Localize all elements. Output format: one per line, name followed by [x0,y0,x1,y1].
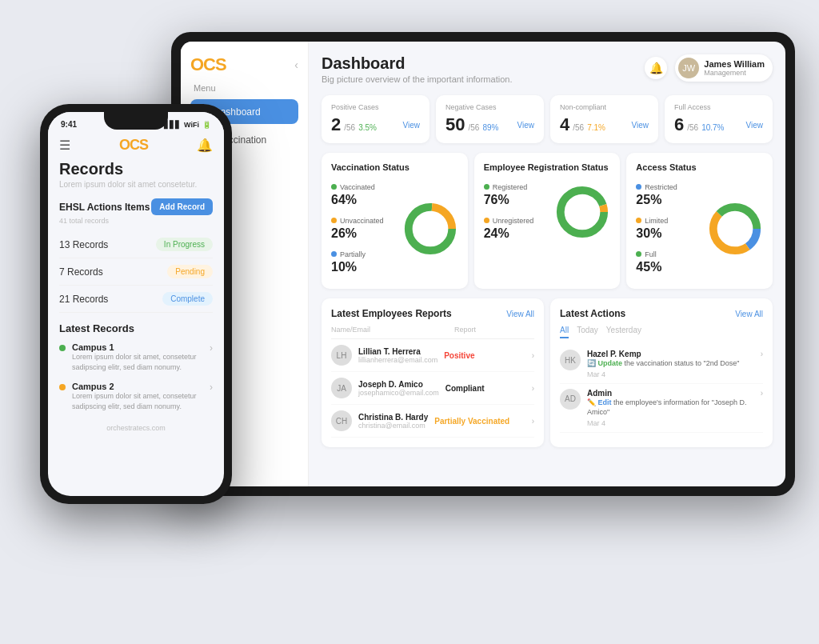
action-desc-1: ✏️ Edit the employee's information for "… [587,398,751,418]
campus-name-1: Campus 2 [72,382,203,391]
latest-actions-title: Latest Actions [560,308,625,319]
partially-value: 10% [331,260,394,274]
legend-unregistered-label: Unregistered [484,217,534,225]
action-item-0: HK Hazel P. Kemp 🔄 Update the vaccinatio… [560,345,763,384]
access-status-body: Restricted 25% Limited 30% Full 45% [636,178,763,279]
hamburger-menu-button[interactable]: ☰ [59,138,70,153]
campus-dot-0 [59,345,66,351]
ocs-logo-phone: OCS [119,137,148,154]
latest-records-title: Latest Records [59,322,213,334]
legend-restricted: Restricted 25% [636,178,699,207]
table-row: LH Lillian T. Herrera lillianherrera@ema… [331,339,534,372]
vaccination-legend: Vaccinated 64% Unvaccinated 26% Partiall… [331,178,394,279]
access-donut-svg [707,201,763,257]
legend-restricted-label: Restricted [636,183,677,191]
registered-value: 76% [484,193,547,207]
employee-donut [554,184,610,240]
employee-info-2: Christina B. Hardy christina@email.com [358,413,428,430]
notification-button[interactable]: 🔔 [645,57,667,79]
stat-view-negative[interactable]: View [517,121,535,130]
stat-view-positive[interactable]: View [403,121,421,130]
stat-view-noncompliant[interactable]: View [632,121,649,130]
legend-registered: Registered 76% [484,178,547,207]
campus-item-1[interactable]: Campus 2 Lorem ipsum dolor sit amet, con… [59,382,213,411]
sidebar-collapse-button[interactable]: ‹ [294,58,298,71]
user-name: James William [704,59,765,69]
employees-reports-header: Latest Employees Reports View All [331,308,534,319]
employee-avatar-2: CH [331,410,352,431]
stat-value-noncompliant: 4 /56 7.1% [560,114,605,135]
stat-row-noncompliant: 4 /56 7.1% View [560,114,649,135]
action-chevron-0[interactable]: › [761,350,763,358]
unregistered-value: 24% [484,226,547,241]
action-avatar-0: HK [560,350,581,370]
campus-chevron-1[interactable]: › [210,382,213,393]
stat-card-noncompliant: Non-compliant 4 /56 7.1% View [550,95,658,143]
restricted-value: 25% [636,193,699,207]
campus-desc-1: Lorem ipsum dolor sit amet, consetetur s… [72,391,203,411]
limited-value: 30% [636,226,699,241]
legend-unvaccinated-label: Unvaccinated [331,217,384,225]
actions-section-title: EHSL Actions Items [59,202,150,213]
menu-label: Menu [194,83,298,93]
stat-number-positive: 2 [331,114,341,135]
th-name: Name/Email [331,326,448,334]
employees-reports-card: Latest Employees Reports View All Name/E… [322,298,544,447]
campus-name-0: Campus 1 [72,342,203,352]
phone-notification-button[interactable]: 🔔 [197,138,213,153]
campus-dot-1 [59,384,66,390]
campus-item-0[interactable]: Campus 1 Lorem ipsum dolor sit amet, con… [59,342,213,372]
legend-vaccinated-label: Vaccinated [331,183,375,191]
stat-value-fullaccess: 6 /56 10.7% [674,114,725,135]
tablet-main-content: Dashboard Big picture overview of the im… [309,42,785,486]
employees-reports-title: Latest Employees Reports [331,308,452,319]
employees-view-all-link[interactable]: View All [506,310,534,318]
tab-yesterday[interactable]: Yesterday [606,326,641,338]
employee-info-1: Joseph D. Amico josephamico@email.com [358,380,439,397]
stat-number-negative: 50 [445,114,465,135]
row-chevron-2[interactable]: › [532,417,534,426]
action-item-1: AD Admin ✏️ Edit the employee's informat… [560,384,763,433]
campus-desc-0: Lorem ipsum dolor sit amet, consetetur s… [72,352,203,372]
battery-icon: 🔋 [202,121,211,129]
record-label-1: 7 Records [59,266,103,278]
legend-full: Full 45% [636,246,699,274]
legend-limited-label: Limited [636,217,668,225]
row-chevron-1[interactable]: › [532,384,534,393]
tablet-logo-row: OCS ‹ [190,54,298,75]
stat-pct-positive: 3.5% [358,123,377,132]
ocs-logo-tablet: OCS [190,54,226,75]
phone-screen: 9:41 ▋▋▋ WiFi 🔋 ☰ OCS 🔔 Records Lorem ip… [48,112,224,496]
wifi-icon: WiFi [184,121,199,129]
partial-dot [331,251,337,257]
tablet-device: OCS ‹ Menu ⊞ Dashboard 💉 Vaccination Das… [171,32,795,496]
actions-view-all-link[interactable]: View All [735,310,763,318]
tab-today[interactable]: Today [577,326,598,338]
stat-view-fullaccess[interactable]: View [746,121,764,130]
record-badge-1: Pending [167,265,213,278]
user-avatar: JW [678,58,699,78]
employee-avatar-1: JA [331,378,352,398]
tab-all[interactable]: All [560,326,569,338]
charts-row: Vaccination Status Vaccinated 64% Unvacc… [322,153,773,289]
registered-dot [484,184,489,190]
vaccinated-value: 64% [331,193,394,207]
row-chevron-0[interactable]: › [532,351,534,360]
stat-pct-noncompliant: 7.1% [587,123,605,132]
table-row: CH Christina B. Hardy christina@email.co… [331,405,534,438]
add-record-button[interactable]: Add Record [151,198,213,215]
user-details: James William Management [704,59,765,77]
action-content-1: Admin ✏️ Edit the employee's information… [587,389,751,427]
th-report: Report [454,326,534,334]
action-name-1: Admin [587,389,751,398]
record-badge-2: Complete [162,292,213,306]
table-row: JA Joseph D. Amico josephamico@email.com… [331,372,534,405]
campus-chevron-0[interactable]: › [210,342,213,354]
employee-registration-title: Employee Registration Status [484,162,611,172]
stat-card-positive: Positive Cases 2 /56 3.5% View [322,95,429,143]
legend-vaccinated: Vaccinated 64% [331,178,394,207]
campus-details-1: Campus 2 Lorem ipsum dolor sit amet, con… [72,382,203,411]
action-chevron-1[interactable]: › [761,389,763,398]
legend-full-label: Full [636,250,657,258]
full-dot [636,251,641,257]
